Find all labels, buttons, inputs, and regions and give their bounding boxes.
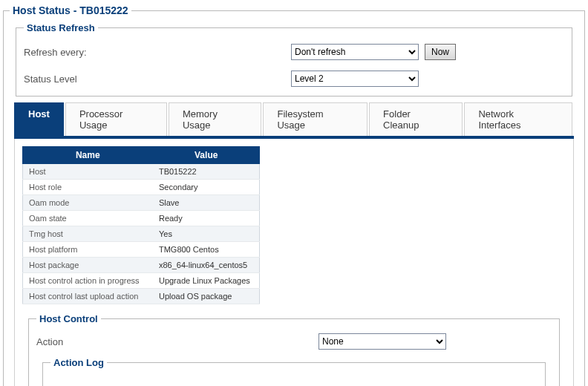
cell-value: Slave	[153, 195, 260, 211]
tab-content-host: Name Value HostTB015222 Host roleSeconda…	[14, 139, 574, 386]
refresh-now-button[interactable]: Now	[425, 44, 456, 60]
cell-name: Host package	[23, 258, 153, 273]
cell-value: TMG800 Centos	[153, 242, 260, 258]
table-row: Host control action in progressUpgrade L…	[23, 273, 260, 289]
tab-processor-usage[interactable]: Processor Usage	[65, 102, 167, 136]
cell-value: Ready	[153, 211, 260, 226]
status-level-select[interactable]: Level 2	[291, 71, 419, 87]
cell-name: Host control action in progress	[23, 273, 153, 289]
host-control-group: Host Control Action None Action Log	[28, 313, 560, 386]
table-row: Host packagex86_64-linux64_centos5	[23, 258, 260, 273]
tab-host[interactable]: Host	[14, 102, 64, 136]
refresh-row: Refresh every: Don't refresh Now	[24, 44, 564, 60]
status-refresh-group: Status Refresh Refresh every: Don't refr…	[16, 22, 572, 96]
table-row: HostTB015222	[23, 164, 260, 180]
table-row: Oam stateReady	[23, 211, 260, 226]
cell-value: TB015222	[153, 164, 260, 180]
tab-bar: Host Processor Usage Memory Usage Filesy…	[14, 102, 574, 139]
tab-network-interfaces[interactable]: Network Interfaces	[464, 102, 572, 136]
tab-memory-usage[interactable]: Memory Usage	[169, 102, 262, 136]
cell-value: Upload OS package	[153, 289, 260, 304]
cell-value: Yes	[153, 226, 260, 242]
table-header-row: Name Value	[23, 147, 260, 164]
action-log-group: Action Log	[42, 357, 546, 386]
cell-name: Host	[23, 164, 153, 180]
cell-name: Host role	[23, 180, 153, 195]
table-row: Host control last upload actionUpload OS…	[23, 289, 260, 304]
status-level-label: Status Level	[24, 73, 291, 85]
host-control-action-select[interactable]: None	[318, 333, 446, 350]
cell-name: Oam mode	[23, 195, 153, 211]
table-header-value: Value	[153, 147, 260, 164]
table-row: Oam modeSlave	[23, 195, 260, 211]
cell-name: Tmg host	[23, 226, 153, 242]
cell-name: Host platform	[23, 242, 153, 258]
cell-value: x86_64-linux64_centos5	[153, 258, 260, 273]
panel-title: Host Status - TB015222	[10, 4, 131, 16]
action-label: Action	[36, 336, 318, 347]
table-row: Host roleSecondary	[23, 180, 260, 195]
status-level-row: Status Level Level 2	[24, 71, 564, 87]
host-status-panel: Host Status - TB015222 Status Refresh Re…	[3, 4, 585, 386]
cell-name: Host control last upload action	[23, 289, 153, 304]
status-refresh-legend: Status Refresh	[24, 22, 98, 33]
refresh-interval-select[interactable]: Don't refresh	[291, 44, 419, 60]
host-control-legend: Host Control	[36, 313, 101, 324]
cell-name: Oam state	[23, 211, 153, 226]
table-row: Host platformTMG800 Centos	[23, 242, 260, 258]
table-header-name: Name	[23, 147, 153, 164]
table-row: Tmg hostYes	[23, 226, 260, 242]
tab-filesystem-usage[interactable]: Filesystem Usage	[263, 102, 368, 136]
tab-folder-cleanup[interactable]: Folder Cleanup	[369, 102, 463, 136]
cell-value: Upgrade Linux Packages	[153, 273, 260, 289]
host-properties-table: Name Value HostTB015222 Host roleSeconda…	[22, 146, 260, 304]
action-row: Action None	[36, 333, 552, 350]
refresh-label: Refresh every:	[24, 47, 291, 58]
action-log-legend: Action Log	[50, 357, 107, 368]
cell-value: Secondary	[153, 180, 260, 195]
